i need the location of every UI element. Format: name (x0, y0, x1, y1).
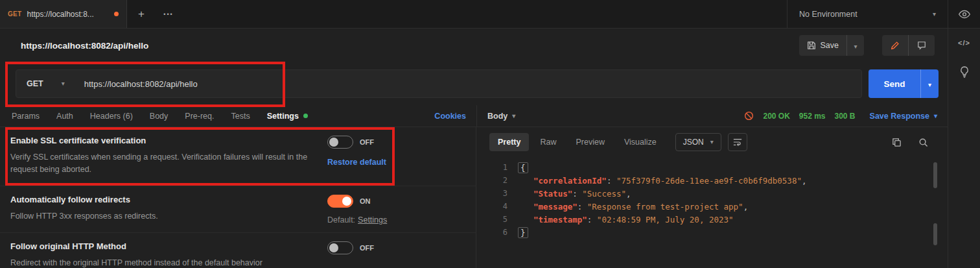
toggle-state-label: OFF (360, 244, 374, 252)
json-comma: , (802, 176, 807, 186)
json-separator: : (578, 202, 587, 212)
setting-description: Verify SSL certificates when sending a r… (10, 151, 315, 176)
setting-row-ssl-verification: Enable SSL certificate verification Veri… (0, 127, 476, 186)
new-tab-button[interactable]: + (127, 8, 156, 21)
toggle-state-label: ON (360, 197, 371, 205)
view-tab-preview[interactable]: Preview (567, 133, 612, 151)
scrollbar-thumb[interactable] (933, 223, 937, 245)
setting-title: Automatically follow redirects (10, 195, 465, 204)
environment-label: No Environment (799, 10, 928, 19)
send-options-button[interactable]: ▾ (920, 69, 939, 98)
view-tab-pretty[interactable]: Pretty (489, 133, 529, 151)
setting-control: ON (327, 195, 371, 208)
method-select[interactable]: GET ▾ (16, 70, 75, 97)
response-body-dropdown[interactable]: Body ▾ (487, 112, 515, 121)
save-button[interactable]: Save (799, 35, 847, 56)
setting-control: OFF (327, 241, 374, 254)
code-line: 4 "message": "Response from test-project… (476, 200, 948, 213)
tab-params[interactable]: Params (12, 112, 40, 121)
chevron-down-icon: ▾ (710, 139, 714, 145)
setting-row-follow-redirects: Automatically follow redirects Follow HT… (0, 186, 476, 233)
wrap-lines-button[interactable] (728, 133, 747, 151)
main-area: https://localhost:8082/api/hello Save ▾ (0, 29, 980, 268)
tab-settings[interactable]: Settings (267, 112, 308, 121)
rename-button[interactable] (882, 35, 908, 56)
send-button[interactable]: Send (869, 69, 920, 98)
line-number: 5 (476, 215, 508, 224)
json-value: "Response from test-project app" (587, 202, 743, 212)
code-snippet-icon[interactable]: </> (958, 39, 970, 47)
json-key: "correlationId" (533, 176, 607, 186)
json-value: "02:48:59 PM, July 20, 2023" (597, 215, 734, 225)
scrollbar-thumb[interactable] (933, 162, 937, 188)
json-separator: : (607, 176, 616, 186)
environment-quick-look-button[interactable] (948, 0, 980, 28)
view-tab-visualize[interactable]: Visualize (616, 133, 665, 151)
save-options-button[interactable]: ▾ (847, 35, 864, 56)
environment-selector[interactable]: No Environment ▾ (787, 0, 948, 28)
setting-control: OFF (327, 136, 374, 149)
json-key: "Status" (533, 189, 572, 199)
format-dropdown[interactable]: JSON ▾ (675, 133, 721, 151)
line-number: 2 (476, 176, 508, 185)
setting-row-follow-original-method: Follow original HTTP Method Redirect wit… (0, 233, 476, 268)
view-tab-raw[interactable]: Raw (531, 133, 565, 151)
json-comma: , (743, 202, 749, 212)
response-body-viewer[interactable]: 1 { 2 "correlationId": "75f379f0-26de-11… (476, 157, 948, 268)
response-time[interactable]: 952 ms (799, 112, 826, 121)
settings-panel: Enable SSL certificate verification Veri… (0, 127, 476, 268)
code-line: 3 "Status": "Success", (476, 187, 948, 200)
request-tab-method: GET (8, 10, 21, 18)
chevron-down-icon: ▾ (928, 81, 931, 88)
setting-description: Follow HTTP 3xx responses as redirects. (10, 210, 315, 223)
default-settings-link[interactable]: Settings (358, 215, 387, 225)
response-size[interactable]: 300 B (835, 112, 856, 121)
tab-body[interactable]: Body (150, 112, 169, 121)
unsaved-indicator-dot (114, 12, 119, 16)
response-header: Body ▾ 200 OK 952 ms 300 B Save Response… (476, 105, 948, 127)
code-line: 5 "timestamp": "02:48:59 PM, July 20, 20… (476, 213, 948, 226)
default-setting-note: Default:Settings (327, 215, 387, 225)
follow-original-method-toggle[interactable] (327, 241, 353, 254)
more-options-icon[interactable]: ••• (156, 11, 181, 18)
save-response-button[interactable]: Save Response ▾ (870, 112, 937, 121)
edit-button-group (882, 35, 935, 56)
open-brace: { (518, 162, 528, 173)
chevron-down-icon: ▾ (512, 113, 515, 119)
copy-icon (892, 138, 902, 147)
cookies-link[interactable]: Cookies (434, 112, 466, 121)
comments-button[interactable] (909, 35, 935, 56)
response-view-toolbar: Pretty Raw Preview Visualize JSON ▾ (476, 127, 948, 157)
line-number: 4 (476, 202, 508, 211)
tab-tests[interactable]: Tests (231, 112, 250, 121)
tab-auth[interactable]: Auth (56, 112, 73, 121)
code-line: 1 { (476, 161, 948, 174)
tab-headers[interactable]: Headers (6) (90, 112, 133, 121)
code-line: 6 } (476, 226, 948, 239)
copy-response-button[interactable] (892, 138, 902, 147)
save-label: Save (821, 41, 839, 50)
tab-prerequest[interactable]: Pre-req. (185, 112, 214, 121)
request-tab-title: https://localhost:8... (27, 10, 93, 19)
json-comma: , (626, 189, 631, 199)
method-label: GET (27, 79, 43, 88)
right-sidebar-rail: </> (948, 29, 980, 268)
format-label: JSON (683, 138, 704, 147)
url-input[interactable]: https://localhost:8082/api/hello (84, 79, 198, 89)
restore-default-link[interactable]: Restore default (327, 158, 386, 167)
response-status[interactable]: 200 OK (763, 112, 789, 121)
ssl-warning-icon[interactable] (744, 111, 754, 121)
lightbulb-icon[interactable] (959, 66, 970, 78)
ssl-verification-toggle[interactable] (327, 136, 353, 149)
pencil-icon (891, 41, 900, 50)
request-header: https://localhost:8082/api/hello Save ▾ (0, 29, 948, 62)
json-separator: : (572, 189, 582, 199)
settings-modified-dot (303, 114, 308, 118)
search-response-button[interactable] (918, 138, 928, 147)
follow-redirects-toggle[interactable] (327, 195, 353, 208)
comment-icon (917, 41, 926, 50)
search-icon (918, 138, 928, 147)
tab-settings-label: Settings (267, 112, 299, 121)
code-line: 2 "correlationId": "75f379f0-26de-11ee-a… (476, 174, 948, 187)
request-tab[interactable]: GET https://localhost:8... (0, 0, 127, 28)
